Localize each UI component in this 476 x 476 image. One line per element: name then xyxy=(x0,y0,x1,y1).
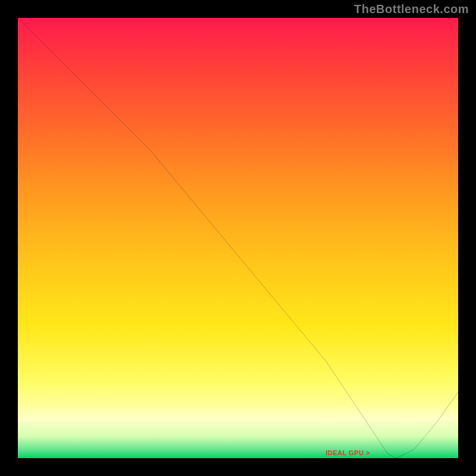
plot-area: IDEAL GPU > xyxy=(18,18,458,458)
ideal-gpu-label: IDEAL GPU > xyxy=(325,449,370,456)
bottleneck-curve xyxy=(18,18,458,458)
chart-container: TheBottleneck.com IDEAL GPU > xyxy=(0,0,476,476)
attribution-text: TheBottleneck.com xyxy=(354,2,469,16)
